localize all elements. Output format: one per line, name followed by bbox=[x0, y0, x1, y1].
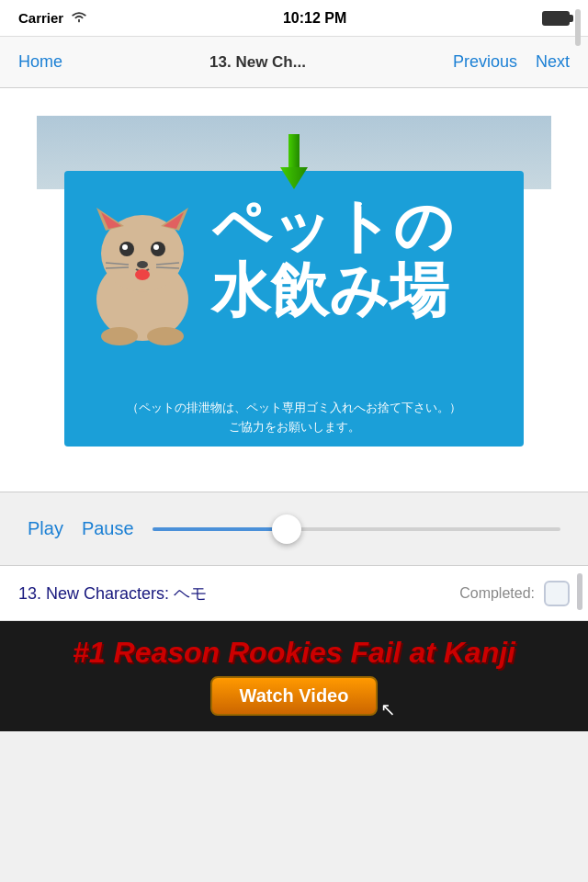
status-left: Carrier bbox=[18, 10, 87, 26]
progress-container[interactable] bbox=[153, 520, 560, 538]
progress-thumb[interactable] bbox=[272, 514, 301, 544]
kanji-line1: ペットの bbox=[211, 194, 505, 258]
ad-banner: #1 Reason Rookies Fail at Kanji Watch Vi… bbox=[0, 621, 588, 731]
svg-point-18 bbox=[101, 327, 138, 345]
next-button[interactable]: Next bbox=[526, 52, 579, 72]
svg-point-10 bbox=[122, 244, 128, 250]
svg-line-15 bbox=[106, 267, 129, 268]
cursor-icon: ↖ bbox=[380, 698, 396, 720]
svg-marker-1 bbox=[280, 167, 308, 189]
completed-checkbox[interactable] bbox=[544, 581, 570, 606]
battery-icon bbox=[542, 11, 570, 26]
ad-headline: #1 Reason Rookies Fail at Kanji bbox=[73, 637, 515, 669]
sign-subtitle: （ペットの排泄物は、ペット専用ゴミ入れへお捨て下さい。） ご協力をお願いします。 bbox=[83, 399, 505, 437]
svg-line-17 bbox=[156, 267, 179, 268]
pause-button[interactable]: Pause bbox=[82, 518, 134, 539]
dog-illustration bbox=[83, 189, 202, 345]
previous-button[interactable]: Previous bbox=[444, 52, 526, 72]
svg-point-13 bbox=[135, 269, 150, 280]
nav-title: 13. New Ch... bbox=[72, 53, 444, 72]
svg-point-11 bbox=[153, 244, 159, 250]
status-bar: Carrier 10:12 PM bbox=[0, 0, 588, 37]
lesson-title: 13. New Characters: ヘモ bbox=[18, 582, 459, 605]
lesson-scrollbar bbox=[577, 573, 582, 610]
status-right bbox=[542, 11, 570, 26]
svg-rect-0 bbox=[288, 134, 300, 169]
time-label: 10:12 PM bbox=[283, 10, 346, 27]
kanji-line2: 水飲み場 bbox=[211, 258, 505, 322]
green-arrow-icon bbox=[280, 134, 308, 189]
progress-track bbox=[153, 527, 560, 531]
watch-video-button[interactable]: Watch Video bbox=[210, 676, 379, 716]
home-button[interactable]: Home bbox=[9, 52, 72, 72]
blue-sign: ペットの 水飲み場 （ペットの排泄物は、ペット専用ゴミ入れへお捨て下さい。） ご… bbox=[64, 171, 524, 447]
sign-main-row: ペットの 水飲み場 bbox=[83, 189, 505, 391]
image-container: ペットの 水飲み場 （ペットの排泄物は、ペット専用ゴミ入れへお捨て下さい。） ご… bbox=[37, 116, 551, 465]
sign-subtitle2: ご協力をお願いします。 bbox=[83, 418, 505, 437]
carrier-label: Carrier bbox=[18, 10, 63, 26]
svg-point-12 bbox=[137, 261, 148, 268]
completed-label: Completed: bbox=[459, 585, 535, 602]
sign-subtitle1: （ペットの排泄物は、ペット専用ゴミ入れへお捨て下さい。） bbox=[83, 399, 505, 418]
svg-point-19 bbox=[147, 327, 184, 345]
play-button[interactable]: Play bbox=[28, 518, 63, 539]
kanji-text: ペットの 水飲み場 bbox=[211, 189, 505, 323]
main-content: ペットの 水飲み場 （ペットの排泄物は、ペット専用ゴミ入れへお捨て下さい。） ご… bbox=[0, 88, 588, 492]
wifi-icon bbox=[71, 10, 87, 26]
lesson-row: 13. New Characters: ヘモ Completed: bbox=[0, 566, 588, 621]
scrollbar-hint bbox=[575, 9, 581, 46]
nav-bar: Home 13. New Ch... Previous Next bbox=[0, 37, 588, 88]
media-controls: Play Pause bbox=[0, 492, 588, 566]
